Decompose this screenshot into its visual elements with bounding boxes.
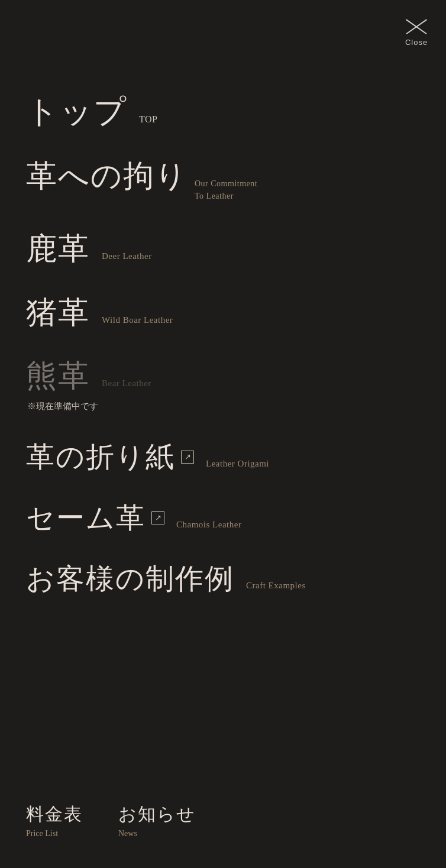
origami-jp-row: 革の折り紙 — [26, 442, 194, 473]
nav-jp-craft: お客様の制作例 — [26, 563, 234, 595]
nav-en-bear: Bear Leather — [102, 378, 151, 388]
nav-en-commitment-line1: Our Commitment — [195, 177, 257, 190]
chamois-jp-row: セーム革 — [26, 503, 164, 534]
nav-jp-chamois: セーム革 — [26, 503, 146, 534]
close-icon — [405, 18, 428, 35]
nav-item-bear: 熊革 Bear Leather — [26, 359, 420, 393]
nav-en-craft: Craft Examples — [246, 581, 306, 591]
nav-en-commitment-line2: To Leather — [195, 190, 257, 202]
nav-jp-top: トップ — [26, 95, 127, 129]
nav-en-wildboar: Wild Boar Leather — [102, 315, 173, 325]
nav-item-commitment[interactable]: 革への拘り Our Commitment To Leather — [26, 159, 420, 202]
nav-jp-deer: 鹿革 — [26, 232, 90, 265]
nav-en-deer: Deer Leather — [102, 251, 152, 261]
nav-en-origami: Leather Origami — [206, 459, 269, 469]
news-jp: お知らせ — [118, 802, 196, 827]
pricelist-en: Price List — [26, 829, 83, 838]
news-en: News — [118, 829, 196, 838]
external-link-icon-chamois — [151, 511, 164, 524]
nav-jp-wildboar: 猪革 — [26, 296, 90, 329]
nav-item-deer[interactable]: 鹿革 Deer Leather — [26, 232, 420, 265]
main-navigation: トップ TOP 革への拘り Our Commitment To Leather … — [0, 0, 446, 647]
nav-item-top[interactable]: トップ TOP — [26, 95, 420, 129]
external-link-icon-origami — [181, 451, 194, 464]
nav-en-chamois: Chamois Leather — [176, 520, 241, 530]
nav-jp-origami: 革の折り紙 — [26, 442, 175, 473]
nav-jp-commitment: 革への拘り — [26, 159, 188, 193]
nav-item-chamois[interactable]: セーム革 Chamois Leather — [26, 503, 420, 534]
nav-jp-bear: 熊革 — [26, 359, 90, 393]
bottom-link-pricelist[interactable]: 料金表 Price List — [26, 802, 83, 838]
bottom-link-news[interactable]: お知らせ News — [118, 802, 196, 838]
bear-note: ※現在準備中です — [26, 401, 420, 412]
close-button[interactable]: Close — [405, 18, 428, 47]
bottom-links: 料金表 Price List お知らせ News — [0, 785, 446, 868]
commitment-en-block: Our Commitment To Leather — [195, 177, 257, 202]
nav-item-wildboar[interactable]: 猪革 Wild Boar Leather — [26, 296, 420, 329]
pricelist-jp: 料金表 — [26, 802, 83, 827]
nav-item-craft[interactable]: お客様の制作例 Craft Examples — [26, 563, 420, 595]
close-label: Close — [405, 38, 428, 47]
nav-en-top: TOP — [139, 114, 157, 125]
nav-item-origami[interactable]: 革の折り紙 Leather Origami — [26, 442, 420, 473]
